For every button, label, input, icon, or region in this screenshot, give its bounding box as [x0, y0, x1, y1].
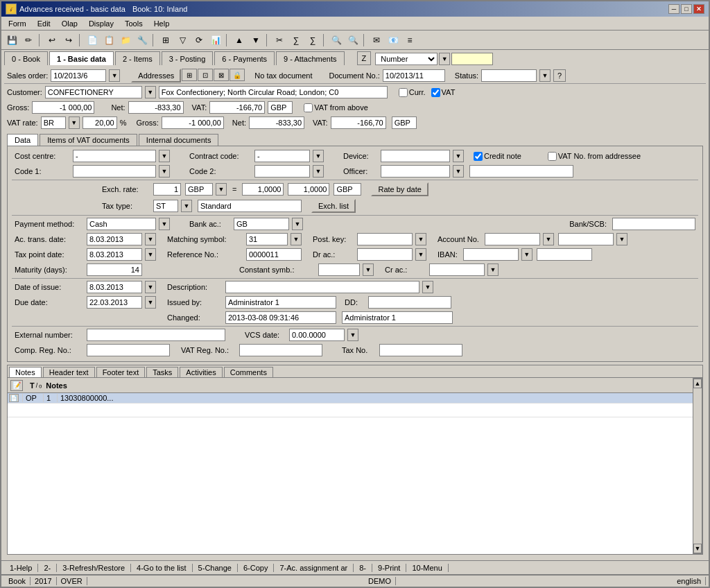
document-no-input[interactable]: [383, 69, 445, 82]
menu-edit[interactable]: Edit: [33, 19, 55, 28]
section-tab-internal[interactable]: Internal documents: [139, 134, 219, 146]
exch-currency2-input[interactable]: [334, 183, 361, 196]
vcs-date-input[interactable]: [289, 329, 345, 341]
reference-no-input[interactable]: [246, 248, 302, 261]
toolbar-filter[interactable]: ⊞: [158, 33, 173, 48]
notes-tab-tasks[interactable]: Tasks: [146, 367, 178, 377]
toolbar-sum1[interactable]: ∑: [288, 33, 304, 48]
comp-reg-input[interactable]: [87, 344, 170, 356]
status-f9[interactable]: 9-Print: [372, 564, 406, 572]
addr-btn-3[interactable]: ⊠: [214, 69, 229, 81]
minimize-button[interactable]: ─: [668, 4, 679, 14]
constant-symb-dropdown[interactable]: ▼: [363, 263, 374, 276]
toolbar-refresh[interactable]: ⟳: [191, 33, 207, 48]
bank-ac-dropdown[interactable]: ▼: [292, 218, 303, 230]
dd-input[interactable]: [368, 296, 451, 309]
payment-method-dropdown[interactable]: ▼: [159, 218, 170, 230]
toolbar-list[interactable]: ≡: [402, 33, 417, 48]
status-input[interactable]: [481, 69, 537, 82]
description-input[interactable]: [225, 281, 419, 293]
exch-val1-input[interactable]: [242, 183, 284, 196]
account-no2-dropdown[interactable]: ▼: [616, 233, 627, 245]
bank-scb-input[interactable]: [612, 218, 695, 230]
contract-code-dropdown[interactable]: ▼: [313, 150, 324, 162]
toolbar-redo[interactable]: ↪: [61, 33, 76, 48]
maximize-button[interactable]: □: [681, 4, 692, 14]
status-info-btn[interactable]: ?: [553, 69, 566, 82]
customer-dropdown[interactable]: ▼: [145, 86, 156, 98]
tab-z[interactable]: Z: [357, 51, 372, 65]
vat-reg-input[interactable]: [239, 344, 322, 356]
tax-point-date-dropdown[interactable]: ▼: [145, 248, 156, 261]
status-f5[interactable]: 5-Change: [193, 564, 238, 572]
tab-basic-data[interactable]: 1 - Basic data: [49, 51, 114, 65]
gross-input[interactable]: [32, 101, 94, 114]
post-key-dropdown[interactable]: ▼: [415, 233, 426, 245]
customer-input[interactable]: [45, 86, 142, 98]
tax-type-dropdown[interactable]: ▼: [181, 200, 192, 212]
toolbar-open[interactable]: 📁: [118, 33, 133, 48]
section-tab-data[interactable]: Data: [7, 134, 38, 146]
ac-trans-date-dropdown[interactable]: ▼: [145, 233, 156, 245]
toolbar-funnel[interactable]: ▽: [175, 33, 190, 48]
status-f2[interactable]: 2-: [38, 564, 57, 572]
vat-currency-input[interactable]: [392, 116, 417, 129]
tab-payments[interactable]: 6 - Payments: [214, 51, 275, 65]
matching-symbol-dropdown[interactable]: ▼: [291, 233, 302, 245]
account-no2-input[interactable]: [558, 233, 614, 245]
toolbar-btn-0[interactable]: 💾: [4, 33, 19, 48]
toolbar-arrow-up[interactable]: ▲: [232, 33, 247, 48]
toolbar-scissors[interactable]: ✂: [272, 33, 287, 48]
description-dropdown[interactable]: ▼: [422, 281, 433, 293]
exch-rate-input[interactable]: [153, 183, 181, 196]
menu-form[interactable]: Form: [4, 19, 31, 28]
iban2-input[interactable]: [537, 248, 592, 261]
code1-input[interactable]: [73, 165, 156, 178]
menu-help[interactable]: Help: [150, 19, 174, 28]
notes-add-btn[interactable]: 📝: [10, 380, 23, 391]
notes-tab-header[interactable]: Header text: [43, 367, 95, 377]
toolbar-undo[interactable]: ↩: [44, 33, 60, 48]
toolbar-search1[interactable]: 🔍: [329, 33, 344, 48]
due-date-dropdown[interactable]: ▼: [145, 296, 156, 309]
scrollbar-down-btn[interactable]: ▼: [693, 544, 702, 553]
tab-items[interactable]: 2 - Items: [115, 51, 160, 65]
vat-net-input[interactable]: [249, 116, 304, 129]
notes-tab-activities[interactable]: Activities: [180, 367, 222, 377]
code2-input[interactable]: [254, 165, 310, 178]
addr-btn-2[interactable]: ⊡: [198, 69, 213, 81]
cost-centre-input[interactable]: [73, 150, 156, 162]
exch-currency-dropdown[interactable]: ▼: [216, 183, 227, 196]
tab-posting[interactable]: 3 - Posting: [162, 51, 214, 65]
iban-input[interactable]: [463, 248, 519, 261]
notes-tab-footer[interactable]: Footer text: [96, 367, 146, 377]
section-tab-vat-docs[interactable]: Items of VAT documents: [40, 134, 137, 146]
issued-by-input[interactable]: [225, 296, 336, 309]
vat-gross-input[interactable]: [162, 116, 224, 129]
status-f1[interactable]: 1-Help: [4, 564, 38, 572]
status-f7[interactable]: 7-Ac. assignment ar: [274, 564, 354, 572]
sales-order-input[interactable]: [51, 69, 106, 82]
toolbar-search2[interactable]: 🔍: [345, 33, 361, 48]
status-f10[interactable]: 10-Menu: [406, 564, 448, 572]
toolbar-email[interactable]: 📧: [386, 33, 401, 48]
credit-note-checkbox[interactable]: [474, 152, 483, 161]
vcs-date-dropdown[interactable]: ▼: [347, 329, 358, 341]
ac-trans-date-input[interactable]: [87, 233, 142, 245]
notes-scrollbar[interactable]: ▲ ▼: [693, 378, 702, 554]
payment-method-input[interactable]: [87, 218, 156, 230]
exch-currency-input[interactable]: [185, 183, 213, 196]
external-number-input[interactable]: [87, 329, 225, 341]
toolbar-chart[interactable]: 📊: [208, 33, 223, 48]
changed-by-input[interactable]: [342, 311, 453, 324]
status-f4[interactable]: 4-Go to the list: [131, 564, 193, 572]
dr-ac-dropdown[interactable]: ▼: [415, 248, 426, 261]
number-dropdown-btn[interactable]: ▼: [439, 53, 450, 65]
status-f8[interactable]: 8-: [354, 564, 372, 572]
notes-tab-notes[interactable]: Notes: [9, 367, 42, 377]
contract-code-input[interactable]: [254, 150, 310, 162]
officer-name-input[interactable]: [469, 165, 573, 178]
toolbar-copy[interactable]: 📋: [101, 33, 116, 48]
menu-tools[interactable]: Tools: [121, 19, 147, 28]
device-input[interactable]: [381, 150, 450, 162]
